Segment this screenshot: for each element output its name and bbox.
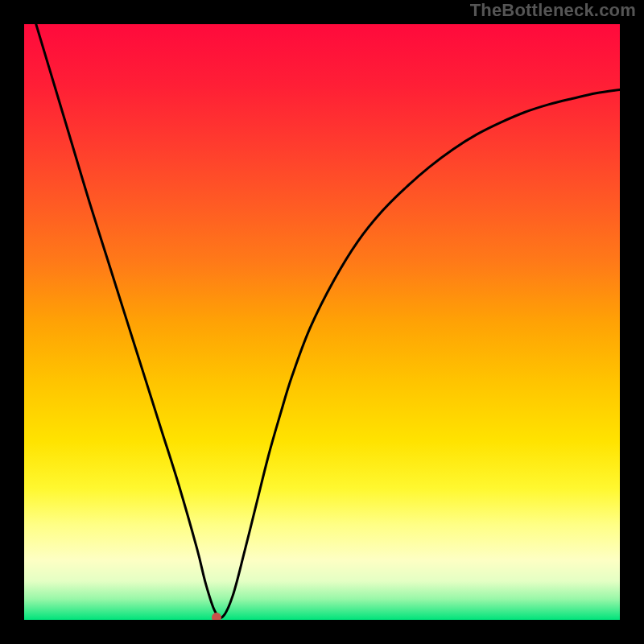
chart-svg	[24, 24, 620, 620]
watermark-label: TheBottleneck.com	[470, 0, 636, 21]
gradient-background	[24, 24, 620, 620]
plot-area	[24, 24, 620, 620]
chart-container: TheBottleneck.com	[0, 0, 644, 644]
